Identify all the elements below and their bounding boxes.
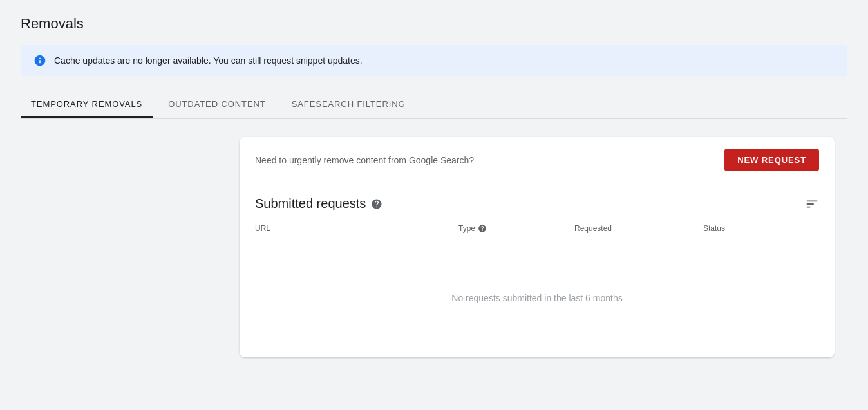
col-type: Type xyxy=(458,224,574,233)
tabs-container: TEMPORARY REMOVALS OUTDATED CONTENT SAFE… xyxy=(21,91,847,119)
table-body: No requests submitted in the last 6 mont… xyxy=(255,241,819,357)
empty-state: No requests submitted in the last 6 mont… xyxy=(255,241,819,355)
new-request-bar: Need to urgently remove content from Goo… xyxy=(240,137,835,183)
info-banner: Cache updates are no longer available. Y… xyxy=(21,45,847,76)
page-title: Removals xyxy=(21,15,847,32)
main-card: Need to urgently remove content from Goo… xyxy=(240,137,835,357)
col-requested: Requested xyxy=(574,224,703,233)
tab-temporary-removals[interactable]: TEMPORARY REMOVALS xyxy=(21,91,153,118)
col-status: Status xyxy=(703,224,819,233)
type-help-icon[interactable] xyxy=(478,224,487,233)
new-request-button[interactable]: NEW REQUEST xyxy=(724,149,819,171)
submitted-title-group: Submitted requests xyxy=(255,196,382,211)
help-icon[interactable] xyxy=(371,198,382,210)
submitted-section: Submitted requests URL Type xyxy=(240,183,835,357)
col-url: URL xyxy=(255,224,458,233)
table-header: URL Type Requested Status xyxy=(255,224,819,241)
submitted-requests-title: Submitted requests xyxy=(255,196,366,211)
tab-safesearch-filtering[interactable]: SAFESEARCH FILTERING xyxy=(281,91,416,118)
info-banner-text: Cache updates are no longer available. Y… xyxy=(54,55,363,66)
new-request-description: Need to urgently remove content from Goo… xyxy=(255,155,474,165)
page-container: Removals Cache updates are no longer ava… xyxy=(0,0,868,373)
submitted-header: Submitted requests xyxy=(255,196,819,211)
tab-outdated-content[interactable]: OUTDATED CONTENT xyxy=(158,91,276,118)
filter-icon[interactable] xyxy=(805,197,819,211)
info-icon xyxy=(33,54,46,67)
